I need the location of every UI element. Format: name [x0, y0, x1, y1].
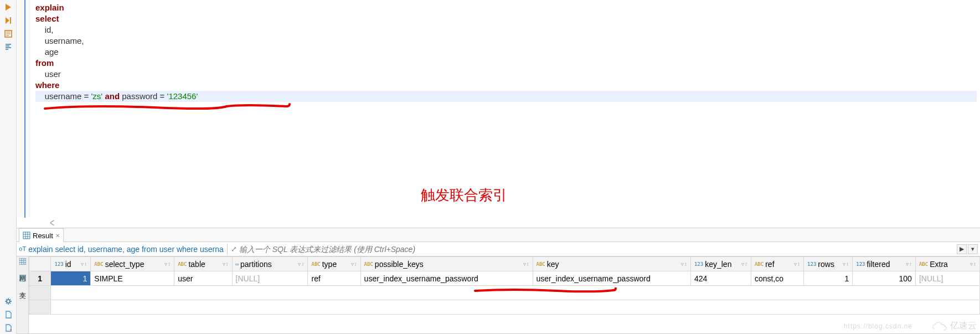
annotation-underline-1: [44, 103, 293, 114]
tab-result[interactable]: Result ✕: [19, 228, 64, 242]
settings-icon[interactable]: [2, 295, 14, 307]
col-select_type[interactable]: ABCselect_type▿↕: [91, 257, 174, 271]
expand-icon[interactable]: ⤢: [231, 245, 237, 253]
cell-key[interactable]: user_index_username_password: [533, 271, 690, 286]
col-ref[interactable]: ABCref▿↕: [751, 257, 803, 271]
explain-bar: oT explain select id, username, age from…: [17, 242, 980, 256]
left-toolbar: +: [0, 0, 17, 334]
step-icon[interactable]: [2, 14, 14, 27]
grid-icon: [23, 232, 30, 239]
annotation-text: 触发联合索引: [421, 186, 507, 205]
table-row[interactable]: [29, 286, 980, 300]
col-key[interactable]: ABCkey▿↕: [533, 257, 690, 271]
cell-Extra[interactable]: [NULL]: [915, 271, 979, 286]
svg-rect-0: [10, 17, 11, 24]
sort-icon[interactable]: ↕: [84, 261, 87, 267]
col-key_len[interactable]: 123key_len▿↕: [690, 257, 751, 271]
col-type[interactable]: ABCtype▿↕: [308, 257, 360, 271]
cell-table[interactable]: user: [174, 271, 232, 286]
kw-where: where: [35, 80, 59, 90]
kw-select: select: [35, 14, 59, 23]
table-row[interactable]: [29, 300, 980, 315]
nav-menu-icon[interactable]: ▾: [968, 244, 978, 254]
side-tab-text[interactable]: 文本: [18, 284, 27, 289]
watermark: https://blog.csdn.ne 亿速云: [844, 320, 977, 332]
cell-type[interactable]: ref: [308, 271, 360, 286]
col-rows[interactable]: 123rows▿↕: [804, 257, 853, 271]
table-row[interactable]: 1 1 SIMPLE user [NULL] ref user_index_us…: [29, 271, 980, 286]
page-icon[interactable]: [2, 309, 14, 321]
format-icon[interactable]: [2, 41, 14, 53]
tab-result-label: Result: [33, 232, 53, 240]
hscroll-left[interactable]: <: [17, 218, 980, 228]
grid-view-icon[interactable]: [18, 258, 27, 265]
run-icon[interactable]: [2, 1, 14, 13]
svg-point-2: [7, 300, 10, 303]
result-tabbar: Result ✕: [17, 228, 980, 242]
results-table: 123id▿↕ ABCselect_type▿↕ ABCtable▿↕ ▭par…: [29, 256, 980, 315]
svg-rect-4: [23, 232, 30, 239]
nav-right-icon[interactable]: ▶: [957, 244, 967, 254]
side-tab-grid[interactable]: 网格: [18, 268, 27, 272]
sql-preview-text[interactable]: explain select id, username, age from us…: [28, 245, 224, 254]
col-Extra[interactable]: ABCExtra▿↕: [915, 257, 979, 271]
col-possible_keys[interactable]: ABCpossible_keys▿↕: [360, 257, 533, 271]
cell-id[interactable]: 1: [51, 271, 91, 286]
table-header-row: 123id▿↕ ABCselect_type▿↕ ABCtable▿↕ ▭par…: [29, 257, 980, 271]
col-partitions[interactable]: ▭partitions▿↕: [232, 257, 308, 271]
cell-select_type[interactable]: SIMPLE: [91, 271, 174, 286]
sql-preview-icon: oT: [19, 245, 26, 253]
row-index[interactable]: 1: [29, 271, 51, 286]
cell-ref[interactable]: const,co: [751, 271, 803, 286]
col-table[interactable]: ABCtable▿↕: [174, 257, 232, 271]
new-script-icon[interactable]: +: [2, 322, 14, 334]
col-filtered[interactable]: 123filtered▿↕: [853, 257, 916, 271]
rowhead-header: [29, 257, 51, 271]
svg-text:+: +: [9, 327, 12, 332]
filter-icon[interactable]: ▿: [81, 261, 84, 267]
editor-gutter: [17, 0, 30, 218]
cell-filtered[interactable]: 100: [853, 271, 916, 286]
filter-input[interactable]: [239, 245, 955, 254]
cell-possible_keys[interactable]: user_index_username_password: [360, 271, 533, 286]
plan-icon[interactable]: [2, 28, 14, 40]
cell-partitions[interactable]: [NULL]: [232, 271, 308, 286]
cell-key_len[interactable]: 424: [690, 271, 751, 286]
kw-from: from: [35, 58, 54, 68]
text-view-icon[interactable]: [18, 274, 27, 282]
results-side-tabs: 网格 文本: [17, 256, 29, 333]
svg-rect-5: [19, 258, 26, 265]
nav-buttons: ▶ ▾: [957, 244, 978, 254]
cell-rows[interactable]: 1: [804, 271, 853, 286]
close-icon[interactable]: ✕: [55, 233, 60, 239]
results-area: 网格 文本 123id▿↕ ABCselect_type▿↕ ABCtable▿…: [17, 256, 980, 334]
kw-explain: explain: [35, 3, 64, 12]
col-id[interactable]: 123id▿↕: [51, 257, 91, 271]
